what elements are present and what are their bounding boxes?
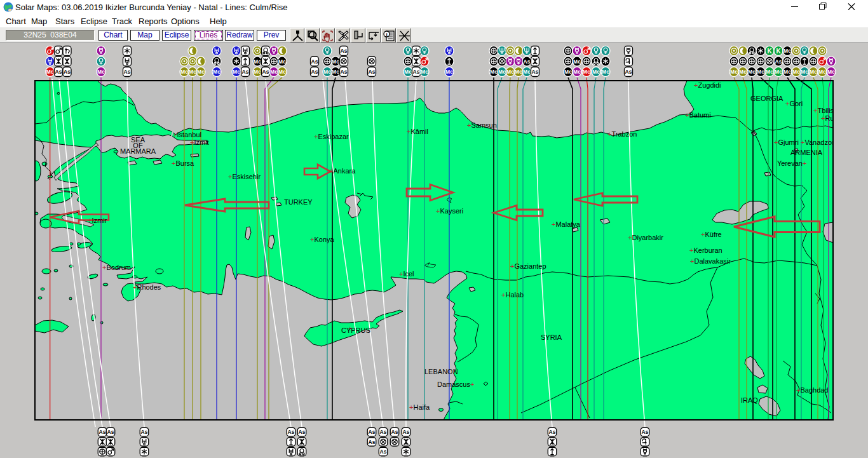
svg-text:Mc: Mc bbox=[792, 69, 800, 75]
svg-text:Damascus+: Damascus+ bbox=[437, 381, 474, 388]
svg-text:Mc: Mc bbox=[564, 69, 572, 75]
svg-text:As: As bbox=[341, 48, 348, 54]
svg-text:Mc: Mc bbox=[730, 69, 738, 75]
svg-text:CYPRUS: CYPRUS bbox=[341, 327, 370, 334]
svg-text:As: As bbox=[532, 69, 539, 75]
svg-text:As: As bbox=[413, 69, 420, 75]
svg-text:Mc: Mc bbox=[748, 69, 756, 75]
svg-text:As: As bbox=[107, 429, 114, 435]
svg-text:As: As bbox=[299, 429, 306, 435]
svg-text:+Ankara: +Ankara bbox=[329, 167, 356, 175]
svg-text:+Rhodes: +Rhodes bbox=[133, 283, 161, 291]
svg-text:ARMENIA: ARMENIA bbox=[790, 149, 823, 156]
svg-text:As: As bbox=[64, 69, 71, 75]
svg-text:+Izmit: +Izmit bbox=[190, 138, 209, 146]
svg-text:+Tbilisi: +Tbilisi bbox=[813, 107, 836, 114]
svg-text:+Konya: +Konya bbox=[310, 236, 335, 243]
svg-text:As: As bbox=[369, 69, 376, 75]
svg-text:As: As bbox=[99, 429, 106, 435]
svg-text:Mc: Mc bbox=[254, 69, 261, 75]
svg-text:+Vanadzor: +Vanadzor bbox=[801, 138, 834, 146]
svg-text:Mc: Mc bbox=[827, 69, 835, 75]
svg-text:+Küfre: +Küfre bbox=[701, 231, 722, 238]
svg-text:As: As bbox=[524, 58, 531, 65]
svg-text:+Izmir: +Izmir bbox=[88, 217, 107, 224]
svg-text:Mc: Mc bbox=[523, 69, 531, 75]
svg-text:+Batumi: +Batumi bbox=[685, 111, 711, 119]
svg-text:As: As bbox=[341, 69, 348, 75]
svg-text:Mc: Mc bbox=[278, 58, 286, 65]
svg-text:Mc: Mc bbox=[213, 69, 220, 75]
svg-text:Mc: Mc bbox=[197, 69, 205, 75]
svg-text:As: As bbox=[549, 429, 556, 435]
svg-text:SYRIA: SYRIA bbox=[541, 333, 562, 341]
svg-text:Mc: Mc bbox=[573, 69, 581, 75]
svg-text:As: As bbox=[642, 429, 649, 435]
svg-text:As: As bbox=[141, 429, 148, 435]
svg-text:+Diyarbakir: +Diyarbakir bbox=[628, 234, 663, 241]
svg-text:As: As bbox=[55, 69, 62, 75]
svg-text:As: As bbox=[369, 439, 376, 445]
svg-text:+Samsun: +Samsun bbox=[467, 121, 497, 129]
svg-text:+Gjumri: +Gjumri bbox=[774, 138, 799, 146]
svg-text:K: K bbox=[776, 48, 781, 55]
svg-text:Mc: Mc bbox=[810, 69, 817, 75]
svg-text:Mc: Mc bbox=[254, 58, 261, 65]
svg-text:Mc: Mc bbox=[818, 69, 826, 75]
svg-text:Mc: Mc bbox=[592, 69, 600, 75]
svg-text:i: i bbox=[386, 32, 387, 37]
svg-text:GEORGIA: GEORGIA bbox=[750, 95, 783, 102]
svg-text:Mc: Mc bbox=[270, 69, 278, 75]
svg-text:Mc: Mc bbox=[421, 69, 428, 75]
svg-text:Mc: Mc bbox=[332, 58, 339, 65]
svg-text:IRAQ: IRAQ bbox=[741, 396, 758, 404]
svg-text:Mc: Mc bbox=[602, 69, 609, 75]
svg-text:+Kâmil: +Kâmil bbox=[407, 128, 428, 135]
svg-text:As: As bbox=[288, 429, 295, 435]
svg-text:As: As bbox=[311, 58, 318, 65]
svg-text:As: As bbox=[380, 429, 387, 435]
svg-text:Mc: Mc bbox=[180, 69, 188, 75]
svg-text:Mc: Mc bbox=[783, 48, 791, 54]
svg-text:+Malatya: +Malatya bbox=[552, 220, 581, 228]
svg-text:Mc: Mc bbox=[583, 69, 590, 75]
svg-text:+Halab: +Halab bbox=[501, 291, 524, 299]
svg-text:Mc: Mc bbox=[498, 69, 506, 75]
svg-text:Mc: Mc bbox=[189, 69, 196, 75]
svg-text:+Kayseri: +Kayseri bbox=[436, 207, 463, 215]
svg-text:+Bursa: +Bursa bbox=[172, 159, 194, 167]
svg-text:Mc: Mc bbox=[46, 69, 54, 75]
svg-text:Mc: Mc bbox=[739, 69, 747, 75]
svg-text:+Trabzon: +Trabzon bbox=[607, 130, 637, 138]
svg-text:+Istanbul: +Istanbul bbox=[173, 131, 201, 138]
svg-text:Mc: Mc bbox=[801, 69, 808, 75]
svg-text:+Dalavakasir: +Dalavakasir bbox=[690, 257, 731, 265]
svg-text:Mc: Mc bbox=[573, 58, 581, 65]
svg-text:As: As bbox=[625, 69, 632, 75]
svg-text:+Zugdidi: +Zugdidi bbox=[694, 81, 721, 89]
svg-text:Mc: Mc bbox=[757, 69, 764, 75]
svg-text:As: As bbox=[242, 69, 249, 75]
svg-text:As: As bbox=[369, 429, 376, 435]
svg-text:K: K bbox=[767, 48, 772, 55]
svg-text:+Eskisehir: +Eskisehir bbox=[228, 173, 261, 180]
svg-text:Mc: Mc bbox=[783, 69, 791, 75]
svg-text:+Eskipazar: +Eskipazar bbox=[314, 133, 349, 140]
svg-text:As: As bbox=[403, 429, 410, 435]
svg-text:As: As bbox=[380, 448, 387, 455]
svg-text:+Bodrum: +Bodrum bbox=[102, 264, 131, 271]
svg-text:Mc: Mc bbox=[490, 69, 498, 75]
svg-text:Yerevan+: Yerevan+ bbox=[777, 159, 806, 167]
svg-text:As: As bbox=[775, 58, 782, 65]
svg-text:As: As bbox=[391, 429, 398, 435]
svg-text:Mc: Mc bbox=[404, 69, 412, 75]
svg-text:Mc: Mc bbox=[515, 69, 522, 75]
svg-text:Mc: Mc bbox=[445, 69, 453, 75]
svg-text:Mc: Mc bbox=[506, 69, 514, 75]
svg-text:LEBANON: LEBANON bbox=[424, 368, 458, 375]
svg-text:+Haifa: +Haifa bbox=[409, 403, 430, 411]
svg-text:Mc: Mc bbox=[332, 69, 339, 75]
svg-text:As: As bbox=[124, 69, 131, 75]
svg-text:As: As bbox=[311, 69, 318, 75]
svg-text:Mc: Mc bbox=[775, 69, 782, 75]
